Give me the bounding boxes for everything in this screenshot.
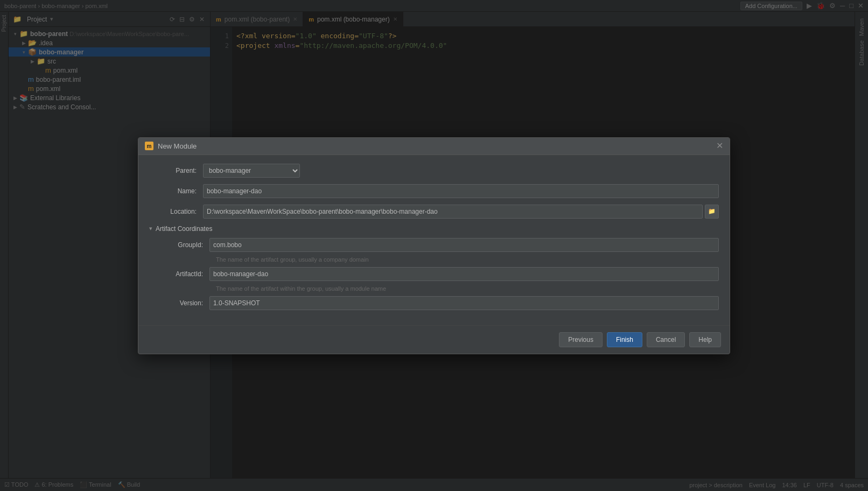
groupid-label: GroupId: [156, 241, 209, 249]
version-input[interactable] [209, 296, 719, 310]
name-label: Name: [149, 187, 203, 195]
folder-browse-icon: 📁 [708, 208, 716, 215]
dialog-title-text: New Module [158, 142, 197, 150]
dialog-title-icon: m [145, 142, 153, 150]
parent-row: Parent: bobo-manager [149, 164, 719, 178]
artifact-section-header[interactable]: ▾ Artifact Coordinates [149, 225, 719, 233]
help-button[interactable]: Help [689, 332, 721, 347]
artifactid-input[interactable] [209, 267, 719, 281]
artifact-section: GroupId: The name of the artifact group,… [156, 238, 719, 310]
dialog-footer: Previous Finish Cancel Help [138, 325, 730, 354]
groupid-hint: The name of the artifact group, usually … [216, 256, 719, 263]
dialog-overlay: m New Module ✕ Parent: bobo-manager Name… [0, 0, 868, 491]
dialog-body: Parent: bobo-manager Name: Location: [138, 155, 730, 325]
finish-button[interactable]: Finish [607, 332, 642, 347]
parent-label: Parent: [149, 167, 203, 174]
location-label: Location: [149, 208, 203, 215]
dialog-title-bar: m New Module ✕ [138, 138, 730, 155]
version-label: Version: [156, 299, 209, 307]
cancel-button[interactable]: Cancel [647, 332, 685, 347]
previous-button[interactable]: Previous [559, 332, 603, 347]
parent-select[interactable]: bobo-manager [203, 164, 300, 178]
location-input[interactable] [203, 205, 703, 219]
artifactid-hint: The name of the artifact within the grou… [216, 285, 719, 292]
groupid-row: GroupId: [156, 238, 719, 252]
new-module-dialog: m New Module ✕ Parent: bobo-manager Name… [138, 137, 730, 354]
section-arrow-icon: ▾ [149, 225, 152, 232]
artifactid-label: ArtifactId: [156, 270, 209, 278]
browse-button[interactable]: 📁 [705, 205, 719, 219]
artifact-section-title: Artifact Coordinates [156, 225, 212, 233]
dialog-close-button[interactable]: ✕ [716, 142, 723, 150]
name-row: Name: [149, 184, 719, 198]
groupid-input[interactable] [209, 238, 719, 252]
parent-select-wrapper: bobo-manager [203, 164, 300, 178]
location-input-wrapper: 📁 [203, 205, 719, 219]
location-row: Location: 📁 [149, 205, 719, 219]
version-row: Version: [156, 296, 719, 310]
name-input[interactable] [203, 184, 719, 198]
artifactid-row: ArtifactId: [156, 267, 719, 281]
